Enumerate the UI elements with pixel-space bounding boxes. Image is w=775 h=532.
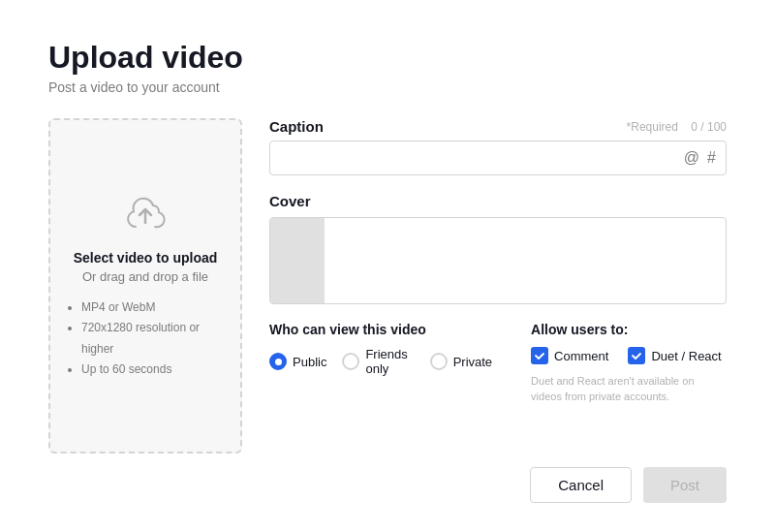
checkbox-row: Comment Duet / React [531, 347, 727, 364]
cover-box[interactable] [269, 217, 727, 304]
cancel-button[interactable]: Cancel [530, 467, 632, 503]
hash-icon[interactable]: # [707, 149, 716, 167]
at-icon[interactable]: @ [684, 149, 699, 167]
caption-required: *Required [627, 120, 678, 134]
page-title: Upload video [48, 39, 727, 76]
visibility-group: Who can view this video Public Friends o… [269, 322, 492, 376]
duet-checkbox-box [628, 347, 645, 364]
bottom-row: Who can view this video Public Friends o… [269, 322, 727, 404]
upload-or-text: Or drag and drop a file [82, 269, 208, 284]
page-subtitle: Post a video to your account [48, 79, 727, 95]
radio-friends-label: Friends only [365, 347, 414, 376]
caption-header: Caption *Required 0 / 100 [269, 118, 727, 135]
footer: Cancel Post [48, 454, 727, 503]
main-content: Select video to upload Or drag and drop … [48, 118, 727, 454]
caption-label: Caption [269, 118, 324, 135]
radio-private-label: Private [453, 355, 492, 369]
upload-icon [122, 192, 169, 238]
radio-friends[interactable]: Friends only [342, 347, 414, 376]
radio-private[interactable]: Private [430, 353, 492, 370]
caption-count: 0 / 100 [691, 120, 727, 134]
upload-hints: MP4 or WebM 720x1280 resolution or highe… [66, 297, 225, 381]
cover-rest [325, 218, 726, 303]
allow-title: Allow users to: [531, 322, 727, 337]
allow-note: Duet and React aren't available on video… [531, 374, 727, 404]
caption-input[interactable] [270, 141, 684, 174]
radio-public[interactable]: Public [269, 353, 326, 370]
upload-title: Select video to upload [74, 250, 218, 266]
post-button[interactable]: Post [643, 467, 727, 503]
upload-hint-item: 720x1280 resolution or higher [81, 318, 225, 360]
radio-public-label: Public [293, 355, 326, 369]
cover-label: Cover [269, 193, 727, 209]
form-section: Caption *Required 0 / 100 @ # [269, 118, 727, 454]
radio-friends-circle [342, 353, 359, 370]
upload-hint-item: MP4 or WebM [81, 297, 225, 319]
upload-hint-item: Up to 60 seconds [81, 360, 225, 381]
comment-checkbox-box [531, 347, 548, 364]
allow-group: Allow users to: Comment [531, 322, 727, 404]
header-section: Upload video Post a video to your accoun… [48, 39, 727, 95]
radio-row: Public Friends only Private [269, 347, 492, 376]
caption-meta: *Required 0 / 100 [627, 120, 727, 134]
upload-box[interactable]: Select video to upload Or drag and drop … [48, 118, 242, 454]
page: Upload video Post a video to your accoun… [0, 0, 775, 532]
checkbox-comment[interactable]: Comment [531, 347, 608, 364]
comment-label: Comment [554, 349, 608, 363]
visibility-title: Who can view this video [269, 322, 492, 337]
radio-public-circle [269, 353, 287, 370]
checkbox-duet[interactable]: Duet / React [628, 347, 721, 364]
caption-icons: @ # [684, 149, 726, 167]
cover-thumbnail [270, 218, 325, 303]
cover-group: Cover [269, 193, 727, 304]
duet-label: Duet / React [651, 349, 721, 363]
caption-group: Caption *Required 0 / 100 @ # [269, 118, 727, 175]
radio-private-circle [430, 353, 448, 370]
caption-input-wrapper: @ # [269, 141, 727, 175]
